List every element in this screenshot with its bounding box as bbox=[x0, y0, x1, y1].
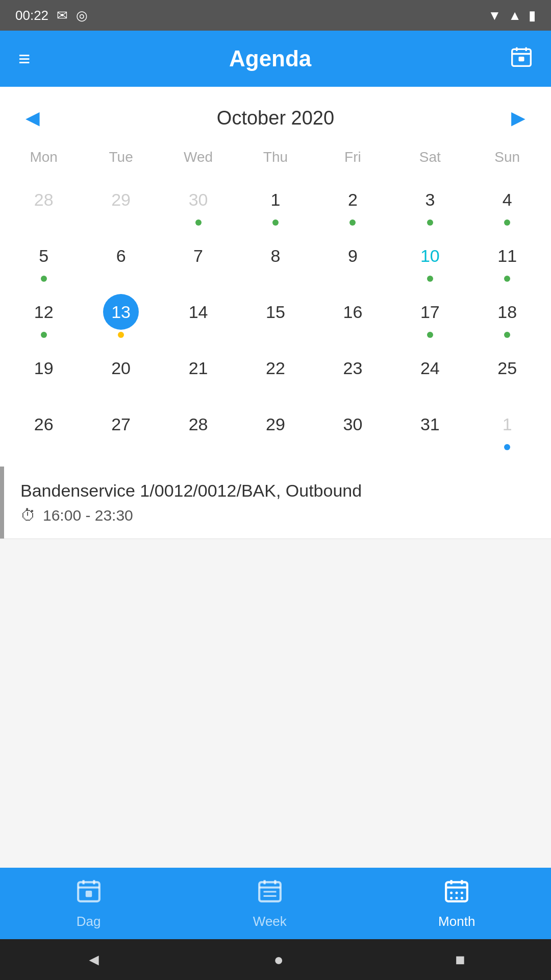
cal-day-28[interactable]: 26 bbox=[5, 400, 82, 456]
dag-label: Dag bbox=[77, 914, 101, 929]
svg-rect-4 bbox=[518, 57, 524, 61]
day-dot bbox=[349, 219, 356, 226]
day-dot bbox=[195, 219, 202, 226]
day-number: 28 bbox=[181, 406, 216, 442]
cal-day-11[interactable]: 9 bbox=[314, 232, 391, 288]
svg-point-21 bbox=[456, 891, 458, 894]
event-time-row: ⏱16:00 - 23:30 bbox=[15, 507, 536, 524]
cal-day-24[interactable]: 22 bbox=[237, 344, 314, 400]
nav-item-dag[interactable]: Dag bbox=[76, 878, 102, 929]
cal-day-18[interactable]: 16 bbox=[314, 288, 391, 344]
day-number: 24 bbox=[412, 350, 448, 386]
cal-day-5[interactable]: 3 bbox=[391, 176, 468, 232]
day-dot bbox=[504, 219, 510, 226]
next-month-button[interactable]: ▶ bbox=[506, 102, 531, 134]
cal-day-14[interactable]: 12 bbox=[5, 288, 82, 344]
cal-day-29[interactable]: 27 bbox=[82, 400, 159, 456]
day-number: 27 bbox=[103, 406, 139, 442]
cal-day-26[interactable]: 24 bbox=[391, 344, 468, 400]
day-dot bbox=[427, 332, 433, 338]
cal-day-31[interactable]: 29 bbox=[237, 400, 314, 456]
day-dot bbox=[427, 276, 433, 282]
cal-day-4[interactable]: 2 bbox=[314, 176, 391, 232]
day-number: 25 bbox=[489, 350, 525, 386]
day-number: 23 bbox=[335, 350, 370, 386]
cal-day-34[interactable]: 1 bbox=[469, 400, 546, 456]
dow-thu: Thu bbox=[237, 144, 314, 170]
app-title: Agenda bbox=[229, 46, 311, 71]
clock-icon: ⏱ bbox=[20, 507, 36, 524]
dow-wed: Wed bbox=[160, 144, 237, 170]
nav-item-week[interactable]: Week bbox=[253, 878, 287, 929]
event-list: Bandenservice 1/0012/0012/BAK, Outbound⏱… bbox=[0, 467, 551, 868]
cal-day-2[interactable]: 30 bbox=[160, 176, 237, 232]
cal-day-9[interactable]: 7 bbox=[160, 232, 237, 288]
cal-day-17[interactable]: 15 bbox=[237, 288, 314, 344]
cal-day-25[interactable]: 23 bbox=[314, 344, 391, 400]
cal-day-1[interactable]: 29 bbox=[82, 176, 159, 232]
cal-day-22[interactable]: 20 bbox=[82, 344, 159, 400]
event-time: 16:00 - 23:30 bbox=[43, 507, 133, 524]
cal-day-13[interactable]: 11 bbox=[469, 232, 546, 288]
day-number: 9 bbox=[335, 238, 370, 274]
day-number: 30 bbox=[335, 406, 370, 442]
dag-icon bbox=[76, 878, 102, 910]
day-number: 21 bbox=[181, 350, 216, 386]
day-dot bbox=[41, 332, 47, 338]
cal-day-15[interactable]: 13 bbox=[82, 288, 159, 344]
cal-day-10[interactable]: 8 bbox=[237, 232, 314, 288]
home-button[interactable]: ● bbox=[273, 950, 283, 969]
nav-item-month[interactable]: Month bbox=[438, 878, 475, 929]
day-number: 1 bbox=[489, 406, 525, 442]
cal-day-7[interactable]: 5 bbox=[5, 232, 82, 288]
cal-day-19[interactable]: 17 bbox=[391, 288, 468, 344]
svg-rect-9 bbox=[85, 891, 92, 897]
day-dot bbox=[118, 332, 124, 338]
cal-day-33[interactable]: 31 bbox=[391, 400, 468, 456]
cal-day-27[interactable]: 25 bbox=[469, 344, 546, 400]
day-number: 29 bbox=[103, 182, 139, 217]
cal-day-23[interactable]: 21 bbox=[160, 344, 237, 400]
day-number: 12 bbox=[26, 294, 62, 330]
cal-day-32[interactable]: 30 bbox=[314, 400, 391, 456]
event-item-0[interactable]: Bandenservice 1/0012/0012/BAK, Outbound⏱… bbox=[0, 467, 551, 539]
day-number: 3 bbox=[412, 182, 448, 217]
day-number: 2 bbox=[335, 182, 370, 217]
day-number: 6 bbox=[103, 238, 139, 274]
day-number: 15 bbox=[258, 294, 293, 330]
calendar-grid: 2829301234567891011121314151617181920212… bbox=[0, 176, 551, 467]
cal-day-6[interactable]: 4 bbox=[469, 176, 546, 232]
dow-sat: Sat bbox=[391, 144, 468, 170]
day-number: 26 bbox=[26, 406, 62, 442]
day-number: 1 bbox=[258, 182, 293, 217]
prev-month-button[interactable]: ◀ bbox=[20, 102, 45, 134]
cal-day-20[interactable]: 18 bbox=[469, 288, 546, 344]
cal-day-0[interactable]: 28 bbox=[5, 176, 82, 232]
day-number: 28 bbox=[26, 182, 62, 217]
wifi-icon: ▼ bbox=[488, 8, 502, 23]
day-number: 19 bbox=[26, 350, 62, 386]
dow-mon: Mon bbox=[5, 144, 82, 170]
svg-point-25 bbox=[461, 897, 463, 899]
day-dot bbox=[504, 332, 510, 338]
day-dot bbox=[504, 444, 510, 450]
cal-day-16[interactable]: 14 bbox=[160, 288, 237, 344]
cal-day-21[interactable]: 19 bbox=[5, 344, 82, 400]
cal-day-30[interactable]: 28 bbox=[160, 400, 237, 456]
week-label: Week bbox=[253, 914, 287, 929]
day-number: 11 bbox=[489, 238, 525, 274]
day-number: 18 bbox=[489, 294, 525, 330]
recent-button[interactable]: ■ bbox=[455, 950, 465, 969]
at-icon: ◎ bbox=[76, 8, 88, 23]
day-number: 5 bbox=[26, 238, 62, 274]
day-dot bbox=[272, 219, 279, 226]
cal-day-12[interactable]: 10 bbox=[391, 232, 468, 288]
day-number: 17 bbox=[412, 294, 448, 330]
back-button[interactable]: ◄ bbox=[86, 950, 102, 969]
hamburger-menu-icon[interactable]: ≡ bbox=[18, 47, 30, 70]
calendar-today-icon[interactable] bbox=[510, 45, 533, 72]
battery-icon: ▮ bbox=[529, 8, 536, 23]
cal-day-3[interactable]: 1 bbox=[237, 176, 314, 232]
day-number: 13 bbox=[103, 294, 139, 330]
cal-day-8[interactable]: 6 bbox=[82, 232, 159, 288]
